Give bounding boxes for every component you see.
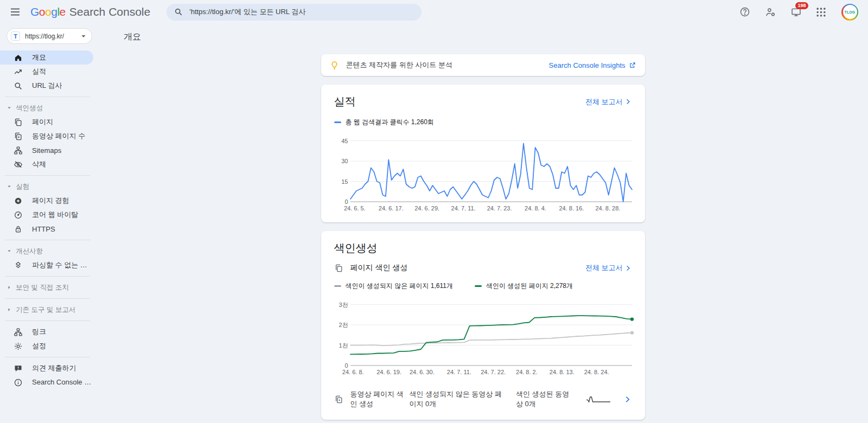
sidebar-item-gauge[interactable]: 코어 웹 바이탈 bbox=[0, 208, 93, 222]
insights-link[interactable]: Search Console Insights bbox=[549, 61, 636, 69]
sidebar-nav: 개요실적URL 검사색인생성페이지동영상 페이지 수Sitemaps삭제실험페이… bbox=[0, 50, 98, 389]
sidebar: T https://tlog.kr/ 개요실적URL 검사색인생성페이지동영상 … bbox=[0, 24, 98, 423]
sidebar-item-label: 페이지 경험 bbox=[32, 196, 69, 206]
indexing-full-report-link[interactable]: 전체 보고서 bbox=[585, 263, 632, 273]
user-settings-icon[interactable] bbox=[765, 6, 777, 18]
app-header: Google Search Console 198 TLOG bbox=[0, 0, 868, 24]
sidebar-divider bbox=[5, 97, 90, 97]
full-report-label: 전체 보고서 bbox=[585, 263, 623, 273]
header-actions: 198 TLOG bbox=[739, 4, 858, 21]
sidebar-item-label: 파싱할 수 없는 구조화된 ... bbox=[32, 260, 93, 270]
y-axis-tick-label: 15 bbox=[341, 178, 348, 185]
page-title: 개요 bbox=[98, 24, 868, 43]
x-axis-tick-label: 24. 6. 17. bbox=[379, 205, 404, 211]
sidebar-section-header[interactable]: 색인생성 bbox=[0, 101, 98, 115]
indexing-legend: 색인이 생성되지 않은 페이지 1,611개 색인이 생성된 페이지 2,278… bbox=[334, 281, 632, 291]
sidebar-item-sitemap[interactable]: Sitemaps bbox=[0, 143, 93, 157]
info-icon bbox=[14, 378, 23, 387]
indexing-card: 색인생성 페이지 색인 생성 전체 보고서 색인이 생성되지 않은 페이지 1,… bbox=[321, 231, 645, 420]
x-axis-tick-label: 24. 6. 30. bbox=[410, 369, 435, 375]
sidebar-section-label: 개선사항 bbox=[16, 247, 43, 256]
sidebar-item-info[interactable]: Search Console 정보 bbox=[0, 375, 93, 389]
video-pages-icon bbox=[334, 395, 343, 404]
sidebar-item-label: 코어 웹 바이탈 bbox=[32, 210, 78, 220]
sidebar-item-home[interactable]: 개요 bbox=[0, 50, 93, 65]
sidebar-item-page-experience[interactable]: 페이지 경험 bbox=[0, 194, 93, 208]
sidebar-divider bbox=[5, 276, 90, 277]
sidebar-divider bbox=[5, 298, 90, 299]
google-logo-letter: e bbox=[60, 5, 66, 18]
sidebar-section-label: 기존 도구 및 보고서 bbox=[16, 305, 75, 315]
sidebar-item-label: HTTPS bbox=[32, 225, 55, 233]
indexing-subtitle: 페이지 색인 생성 bbox=[350, 263, 408, 273]
x-axis-tick-label: 24. 7. 11. bbox=[447, 369, 471, 375]
google-logo-letter: o bbox=[45, 5, 51, 18]
google-apps-grid-icon[interactable] bbox=[816, 6, 828, 18]
sidebar-item-label: 페이지 bbox=[32, 117, 53, 127]
sidebar-item-search[interactable]: URL 검사 bbox=[0, 79, 93, 93]
performance-chart[interactable]: 015304524. 6. 5.24. 6. 17.24. 6. 29.24. … bbox=[334, 134, 632, 215]
sidebar-item-lock[interactable]: HTTPS bbox=[0, 222, 93, 236]
x-axis-tick-label: 24. 8. 16. bbox=[559, 205, 584, 211]
avatar[interactable]: TLOG bbox=[841, 4, 858, 21]
eye-off-icon bbox=[14, 160, 23, 169]
video-indexing-chevron-icon[interactable] bbox=[623, 395, 632, 404]
x-axis-tick-label: 24. 8. 24. bbox=[584, 369, 609, 375]
chart-end-dot bbox=[630, 331, 633, 334]
property-selector[interactable]: T https://tlog.kr/ bbox=[7, 28, 92, 44]
sidebar-section-header[interactable]: 개선사항 bbox=[0, 244, 98, 258]
x-axis-tick-label: 24. 6. 8. bbox=[342, 369, 364, 375]
x-axis-tick-label: 24. 6. 29. bbox=[414, 205, 439, 211]
sidebar-item-pages[interactable]: 페이지 bbox=[0, 115, 93, 129]
sidebar-item-video-pages[interactable]: 동영상 페이지 수 bbox=[0, 129, 93, 143]
sidebar-item-label: URL 검사 bbox=[32, 81, 62, 91]
sitemap-icon bbox=[14, 146, 23, 155]
video-not-indexed-count: 색인 생성되지 않은 동영상 페이지 0개 bbox=[410, 389, 502, 409]
help-icon[interactable] bbox=[739, 6, 751, 18]
sidebar-section-collapsed[interactable]: 보안 및 직접 조치 bbox=[0, 280, 98, 294]
url-inspect-input[interactable] bbox=[189, 8, 414, 16]
sidebar-section-label: 실험 bbox=[16, 182, 29, 191]
performance-full-report-link[interactable]: 전체 보고서 bbox=[585, 97, 632, 107]
caret-right-icon bbox=[7, 285, 12, 290]
sidebar-item-label: 의견 제출하기 bbox=[32, 363, 76, 373]
sidebar-item-feedback[interactable]: 의견 제출하기 bbox=[0, 361, 93, 375]
pages-icon bbox=[334, 264, 343, 273]
legend-dash-clicks bbox=[334, 121, 341, 123]
y-axis-tick-label: 3천 bbox=[339, 300, 348, 309]
caret-right-icon bbox=[7, 307, 12, 312]
sidebar-item-label: 개요 bbox=[32, 53, 46, 62]
chevron-right-icon bbox=[624, 264, 632, 272]
sidebar-item-structured-data[interactable]: 파싱할 수 없는 구조화된 ... bbox=[0, 258, 93, 272]
url-inspect-searchbox[interactable] bbox=[167, 4, 422, 21]
sidebar-section-label: 색인생성 bbox=[16, 104, 43, 113]
sidebar-item-links[interactable]: 링크 bbox=[0, 325, 93, 339]
y-axis-tick-label: 0 bbox=[344, 198, 348, 205]
sidebar-item-label: Search Console 정보 bbox=[32, 377, 93, 387]
app-logo[interactable]: Google Search Console bbox=[30, 5, 150, 18]
hamburger-menu-button[interactable] bbox=[9, 5, 22, 18]
pages-icon bbox=[14, 118, 23, 127]
sidebar-item-trending[interactable]: 실적 bbox=[0, 65, 93, 79]
y-axis-tick-label: 2천 bbox=[339, 321, 348, 329]
page-indexing-plot bbox=[350, 298, 632, 367]
x-axis-tick-label: 24. 7. 11. bbox=[451, 205, 476, 211]
chart-line bbox=[350, 316, 632, 354]
sidebar-item-eye-off[interactable]: 삭제 bbox=[0, 157, 93, 171]
indexing-chart[interactable]: 01천2천3천24. 6. 8.24. 6. 19.24. 6. 30.24. … bbox=[334, 298, 632, 379]
sidebar-item-label: Sitemaps bbox=[32, 146, 61, 155]
y-axis-tick-label: 30 bbox=[341, 158, 348, 164]
sidebar-item-label: 링크 bbox=[32, 327, 46, 337]
feedback-icon bbox=[14, 364, 23, 373]
x-axis-tick-label: 24. 6. 19. bbox=[376, 369, 401, 375]
sidebar-divider bbox=[5, 357, 90, 357]
video-indexing-row[interactable]: 동영상 페이지 색인 생성 색인 생성되지 않은 동영상 페이지 0개 색인 생… bbox=[334, 387, 632, 412]
search-icon bbox=[14, 81, 23, 91]
sidebar-section-collapsed[interactable]: 기존 도구 및 보고서 bbox=[0, 303, 98, 317]
main-content: 개요 콘텐츠 제작자를 위한 사이트 분석 Search Console Ins… bbox=[98, 24, 868, 423]
sidebar-item-gear[interactable]: 설정 bbox=[0, 339, 93, 353]
sidebar-section-label: 보안 및 직접 조치 bbox=[16, 283, 69, 292]
sidebar-item-label: 설정 bbox=[32, 341, 46, 351]
announcement-icon[interactable]: 198 bbox=[790, 6, 802, 18]
sidebar-section-header[interactable]: 실험 bbox=[0, 180, 98, 194]
